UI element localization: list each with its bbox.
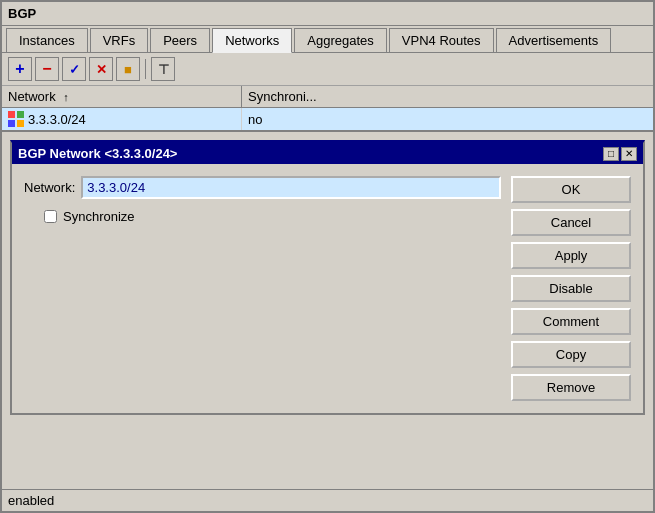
dialog-title-buttons: □ ✕ [603,147,637,161]
toolbar: + − ✓ ✕ ■ ⊤ [2,53,653,86]
tab-bar: Instances VRFs Peers Networks Aggregates… [2,26,653,53]
cancel-button[interactable]: Cancel [511,209,631,236]
dialog-restore-button[interactable]: □ [603,147,619,161]
table-row[interactable]: 3.3.3.0/24 no [2,108,653,130]
cell-sync: no [242,108,342,130]
dialog-close-button[interactable]: ✕ [621,147,637,161]
ok-button[interactable]: OK [511,176,631,203]
check-button[interactable]: ✓ [62,57,86,81]
status-bar: enabled [2,489,653,511]
filter-button[interactable]: ⊤ [151,57,175,81]
copy-button[interactable]: Copy [511,341,631,368]
comment-button[interactable]: Comment [511,308,631,335]
network-label: Network: [24,180,75,195]
col-header-sync: Synchroni... [242,86,342,107]
tab-vrfs[interactable]: VRFs [90,28,149,52]
apply-button[interactable]: Apply [511,242,631,269]
bgp-network-dialog: BGP Network <3.3.3.0/24> □ ✕ Network: Sy… [10,140,645,415]
col-header-network: Network ↑ [2,86,242,107]
remove-button[interactable]: − [35,57,59,81]
tab-networks[interactable]: Networks [212,28,292,53]
network-field-row: Network: [24,176,501,199]
window-title: BGP [2,2,653,26]
sync-label: Synchronize [63,209,135,224]
dialog-title-text: BGP Network <3.3.3.0/24> [18,146,177,161]
sync-checkbox[interactable] [44,210,57,223]
tab-instances[interactable]: Instances [6,28,88,52]
tab-peers[interactable]: Peers [150,28,210,52]
toolbar-separator [145,59,146,79]
remove-dialog-button[interactable]: Remove [511,374,631,401]
status-text: enabled [8,493,54,508]
disable-button[interactable]: Disable [511,275,631,302]
dialog-body: Network: Synchronize OK Cancel Apply Dis… [12,164,643,413]
add-button[interactable]: + [8,57,32,81]
tab-aggregates[interactable]: Aggregates [294,28,387,52]
network-icon [8,111,24,127]
sync-checkbox-row: Synchronize [24,209,501,224]
network-table: Network ↑ Synchroni... 3.3.3.0/24 no [2,86,653,132]
tab-vpn4routes[interactable]: VPN4 Routes [389,28,494,52]
dialog-action-buttons: OK Cancel Apply Disable Comment Copy Rem… [511,176,631,401]
square-button[interactable]: ■ [116,57,140,81]
dialog-title-bar: BGP Network <3.3.3.0/24> □ ✕ [12,143,643,164]
dialog-form: Network: Synchronize [24,176,501,401]
tab-advertisements[interactable]: Advertisements [496,28,612,52]
main-window: BGP Instances VRFs Peers Networks Aggreg… [0,0,655,513]
cell-network: 3.3.3.0/24 [2,108,242,130]
cross-button[interactable]: ✕ [89,57,113,81]
table-header: Network ↑ Synchroni... [2,86,653,108]
sort-arrow: ↑ [63,91,69,103]
network-input[interactable] [81,176,501,199]
